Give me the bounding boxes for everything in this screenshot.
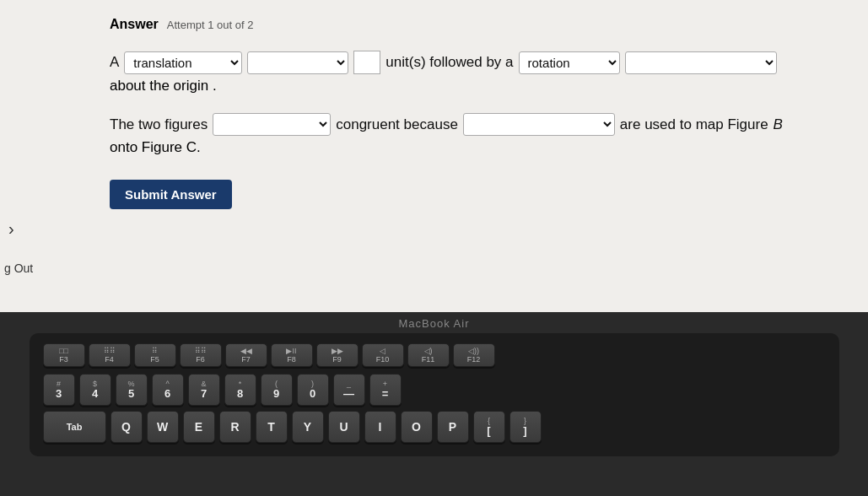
row1-prefix: A bbox=[110, 54, 119, 71]
row1-line2: about the origin . bbox=[110, 78, 817, 94]
key-o[interactable]: O bbox=[401, 411, 433, 443]
key-f9[interactable]: ▶▶ F9 bbox=[316, 343, 359, 367]
number-key-row: # 3 $ 4 % 5 ^ 6 & 7 * 8 bbox=[43, 374, 826, 406]
figure-b-text: B bbox=[774, 116, 783, 133]
key-q[interactable]: Q bbox=[111, 411, 143, 443]
rotation-dropdown[interactable]: rotation bbox=[519, 51, 620, 74]
keyboard-area: MacBook Air □□ F3 ⠿⠿ F4 ⠿ F5 ⠿⠿ F6 ◀◀ F7 bbox=[0, 312, 868, 496]
key-p[interactable]: P bbox=[437, 411, 469, 443]
key-f6[interactable]: ⠿⠿ F6 bbox=[180, 343, 222, 367]
onto-figure-c-text: onto Figure C. bbox=[110, 139, 201, 155]
key-y[interactable]: Y bbox=[292, 411, 324, 443]
key-f7[interactable]: ◀◀ F7 bbox=[225, 343, 267, 367]
reason-dropdown[interactable] bbox=[463, 113, 615, 136]
key-f3[interactable]: □□ F3 bbox=[43, 343, 85, 367]
direction-dropdown[interactable] bbox=[247, 51, 348, 74]
key-f4[interactable]: ⠿⠿ F4 bbox=[89, 343, 131, 367]
row1-container: A translation unit(s) followed by a rota… bbox=[110, 51, 817, 74]
are-used-text: are used to map Figure bbox=[620, 116, 768, 133]
key-i[interactable]: I bbox=[364, 411, 396, 443]
row2-container: The two figures congruent because are us… bbox=[110, 113, 817, 136]
key-w[interactable]: W bbox=[147, 411, 179, 443]
key-f8[interactable]: ▶II F8 bbox=[271, 343, 313, 367]
translation-dropdown[interactable]: translation bbox=[124, 51, 242, 74]
key-equals[interactable]: + = bbox=[369, 374, 402, 406]
key-6[interactable]: ^ 6 bbox=[152, 374, 184, 406]
logout-link[interactable]: g Out bbox=[4, 261, 33, 275]
row2-line2: onto Figure C. bbox=[110, 139, 817, 156]
key-7[interactable]: & 7 bbox=[188, 374, 220, 406]
attempt-text: Attempt 1 out of 2 bbox=[167, 19, 254, 31]
key-t[interactable]: T bbox=[256, 411, 288, 443]
answer-label: Answer bbox=[110, 17, 159, 32]
key-minus[interactable]: _ — bbox=[333, 374, 365, 406]
answer-header: Answer Attempt 1 out of 2 bbox=[110, 17, 817, 32]
key-5[interactable]: % 5 bbox=[116, 374, 148, 406]
units-followed-text: unit(s) followed by a bbox=[385, 54, 513, 71]
key-e[interactable]: E bbox=[183, 411, 215, 443]
key-tab[interactable]: Tab bbox=[43, 411, 106, 443]
key-f11[interactable]: ◁) F11 bbox=[407, 343, 450, 367]
key-rbrace[interactable]: } ] bbox=[509, 411, 542, 443]
key-3[interactable]: # 3 bbox=[43, 374, 75, 406]
key-u[interactable]: U bbox=[328, 411, 360, 443]
congruent-because-text: congruent because bbox=[336, 116, 458, 133]
rotation-value-dropdown[interactable] bbox=[625, 51, 777, 74]
about-origin-text: about the origin . bbox=[110, 78, 217, 94]
key-0[interactable]: ) 0 bbox=[297, 374, 329, 406]
key-f5[interactable]: ⠿ F5 bbox=[134, 343, 176, 367]
two-figures-text: The two figures bbox=[110, 116, 208, 133]
key-r[interactable]: R bbox=[219, 411, 251, 443]
keyboard-body: □□ F3 ⠿⠿ F4 ⠿ F5 ⠿⠿ F6 ◀◀ F7 ▶II F8 bbox=[30, 333, 839, 456]
submit-answer-button[interactable]: Submit Answer bbox=[110, 180, 232, 209]
congruent-type-dropdown[interactable] bbox=[213, 113, 331, 136]
key-f10[interactable]: ◁ F10 bbox=[362, 343, 404, 367]
unit-input-box[interactable] bbox=[353, 51, 380, 74]
sidebar-chevron-icon[interactable]: › bbox=[8, 219, 14, 239]
key-4[interactable]: $ 4 bbox=[79, 374, 111, 406]
key-8[interactable]: * 8 bbox=[224, 374, 256, 406]
key-f12[interactable]: ◁)) F12 bbox=[453, 343, 495, 367]
fn-key-row: □□ F3 ⠿⠿ F4 ⠿ F5 ⠿⠿ F6 ◀◀ F7 ▶II F8 bbox=[43, 343, 826, 367]
key-lbrace[interactable]: { [ bbox=[473, 411, 505, 443]
letter-row: Tab Q W E R T Y U I O P { [ } ] bbox=[43, 411, 826, 443]
macbook-label: MacBook Air bbox=[399, 312, 470, 333]
key-9[interactable]: ( 9 bbox=[261, 374, 293, 406]
